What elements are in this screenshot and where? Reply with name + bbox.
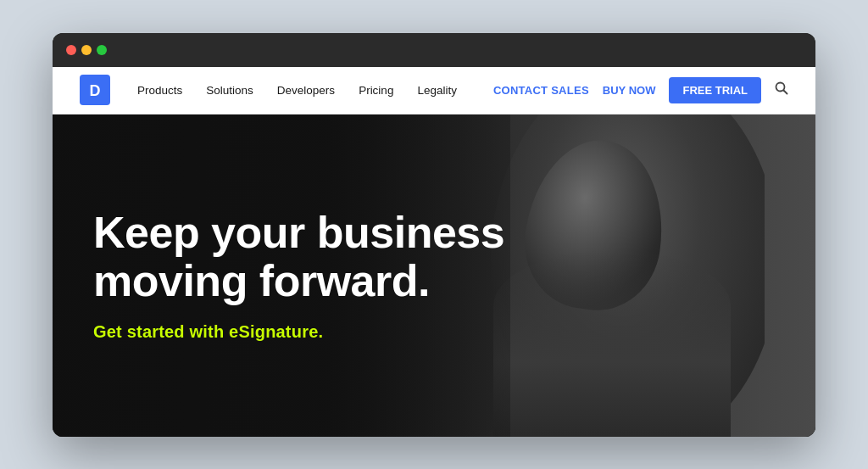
search-icon[interactable] xyxy=(775,81,788,98)
nav-item-developers[interactable]: Developers xyxy=(277,84,335,97)
traffic-lights xyxy=(66,45,107,67)
hero-content: Keep your business moving forward. Get s… xyxy=(53,209,545,342)
browser-chrome xyxy=(53,33,815,67)
nav-item-legality[interactable]: Legality xyxy=(417,84,457,97)
hero-subheadline: Get started with eSignature. xyxy=(93,322,504,342)
traffic-light-green[interactable] xyxy=(97,45,107,55)
nav-item-products[interactable]: Products xyxy=(137,84,182,97)
traffic-light-red[interactable] xyxy=(66,45,76,55)
navbar: D Products Solutions Developers Pricing … xyxy=(53,67,815,114)
svg-line-3 xyxy=(784,91,787,94)
hero-headline: Keep your business moving forward. xyxy=(93,209,504,305)
contact-sales-link[interactable]: CONTACT SALES xyxy=(493,84,589,97)
traffic-light-yellow[interactable] xyxy=(81,45,92,55)
hero-section: Keep your business moving forward. Get s… xyxy=(53,114,815,437)
browser-window: D Products Solutions Developers Pricing … xyxy=(53,33,815,437)
nav-item-pricing[interactable]: Pricing xyxy=(359,84,393,97)
free-trial-button[interactable]: FREE TRIAL xyxy=(669,77,761,103)
hero-headline-line2: moving forward. xyxy=(93,256,430,305)
nav-links: Products Solutions Developers Pricing Le… xyxy=(137,84,493,97)
hero-headline-line1: Keep your business xyxy=(93,208,504,257)
nav-item-solutions[interactable]: Solutions xyxy=(206,84,253,97)
nav-actions: CONTACT SALES BUY NOW FREE TRIAL xyxy=(493,77,788,103)
buy-now-link[interactable]: BUY NOW xyxy=(603,84,656,97)
svg-text:D: D xyxy=(90,82,101,99)
logo[interactable]: D xyxy=(80,75,110,105)
